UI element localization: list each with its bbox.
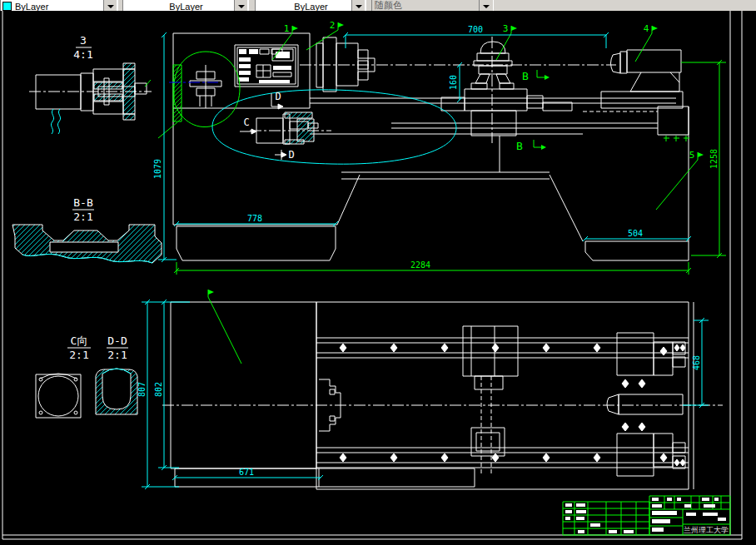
svg-text:1079: 1079	[153, 159, 162, 179]
svg-text:778: 778	[247, 214, 262, 223]
svg-text:671: 671	[239, 468, 254, 477]
plan-bottom-rail	[316, 448, 689, 468]
plan-leader	[208, 290, 241, 364]
detail-view-3: 3 4:1	[29, 34, 152, 134]
feed-detail-bubble: C D D	[212, 90, 456, 164]
title-block-company: 兰州理工大学	[684, 526, 729, 534]
svg-text:2: 2	[330, 20, 336, 31]
balloon-5: 5	[656, 150, 704, 210]
svg-text:3: 3	[503, 23, 509, 34]
plotstyle-control-value: 随颜色	[372, 0, 404, 12]
dim-504: 504	[583, 229, 691, 241]
svg-text:807: 807	[137, 382, 147, 397]
section-marker-d-lower: D	[288, 149, 294, 161]
bed-rails	[310, 98, 689, 241]
svg-text:504: 504	[628, 229, 643, 238]
object-properties-toolbar: ByLayer ByLayer ByLayer 随颜色	[0, 0, 756, 12]
view-c-label: C向	[71, 334, 88, 347]
linetype-control-dropdown[interactable]	[234, 0, 247, 12]
dim-468: 468	[683, 318, 709, 408]
model-space-canvas[interactable]: 3 4:1 B-B 2:1	[0, 11, 756, 545]
plan-headstock-end	[607, 333, 685, 476]
section-view-bb: B-B 2:1	[12, 196, 162, 263]
title-block-left-table	[563, 502, 649, 535]
carriage-assembly	[441, 37, 572, 143]
plan-top-rail	[316, 338, 689, 358]
section-view-dd: D-D 2:1	[96, 334, 137, 414]
plotstyle-control-combo: 随颜色	[371, 0, 494, 12]
balloon-leaders: 1 2 3 4 5	[272, 20, 704, 210]
svg-text:802: 802	[154, 382, 163, 397]
detail-3-label: 3	[80, 34, 87, 47]
svg-text:700: 700	[468, 25, 483, 34]
color-control-combo[interactable]: ByLayer	[0, 0, 118, 12]
svg-text:1: 1	[284, 23, 290, 34]
motor-detail-bubble	[158, 52, 240, 138]
plan-view: 807 802 671 468	[137, 290, 723, 489]
section-marker-b-upper: B	[522, 70, 529, 82]
adjustment-marks	[664, 136, 689, 141]
chevron-down-icon	[238, 5, 245, 8]
view-c-scale: 2:1	[69, 349, 88, 361]
chevron-down-icon	[483, 5, 490, 8]
lineweight-control-dropdown[interactable]	[351, 0, 365, 12]
dim-802: 802	[154, 300, 179, 470]
svg-text:1258: 1258	[709, 149, 719, 169]
color-control-dropdown[interactable]	[103, 0, 117, 12]
dim-671: 671	[172, 468, 323, 480]
detail-view-c: C向 2:1	[36, 334, 91, 418]
lineweight-control-combo[interactable]: ByLayer	[255, 0, 366, 12]
balloon-4: 4	[635, 23, 658, 62]
left-pedestal	[177, 226, 336, 260]
section-dd-scale: 2:1	[107, 349, 127, 361]
section-bb-scale: 2:1	[73, 211, 92, 223]
control-panel	[235, 45, 298, 87]
dim-2284: 2284	[174, 260, 691, 275]
tailstock	[601, 50, 683, 108]
chevron-down-icon	[356, 5, 362, 8]
right-pedestal	[585, 241, 689, 260]
plan-carriage-column	[463, 326, 518, 474]
balloon-2: 2	[306, 20, 344, 50]
color-swatch	[2, 2, 12, 11]
section-marker-b-lower: B	[516, 140, 523, 152]
cad-application-window: { "toolbar": { "color_value": "ByLayer",…	[0, 0, 756, 545]
front-view-dimensions: 700 160 1079 1258 778 504	[153, 25, 726, 275]
chevron-down-icon	[107, 5, 114, 8]
section-marker-d-upper: D	[275, 91, 281, 102]
svg-text:5: 5	[689, 150, 695, 161]
title-block: 兰州理工大学	[563, 496, 730, 535]
detail-3-scale: 4:1	[73, 48, 92, 61]
dim-700: 700	[343, 25, 609, 48]
front-view: C D D B B 1 2 3	[153, 20, 726, 275]
balloon-3: 3	[496, 23, 517, 60]
title-block-right-table: 兰州理工大学	[649, 496, 730, 535]
section-dd-label: D-D	[107, 334, 127, 347]
linetype-control-combo[interactable]: ByLayer	[122, 0, 249, 12]
svg-text:468: 468	[692, 355, 701, 370]
section-bb-label: B-B	[73, 196, 93, 209]
dim-160: 160	[449, 62, 462, 102]
dim-1258: 1258	[681, 60, 726, 258]
plotstyle-control-dropdown	[479, 0, 492, 12]
section-marker-c: C	[243, 116, 249, 128]
svg-text:160: 160	[449, 75, 458, 90]
svg-text:4: 4	[644, 23, 649, 34]
svg-text:2284: 2284	[410, 260, 430, 270]
